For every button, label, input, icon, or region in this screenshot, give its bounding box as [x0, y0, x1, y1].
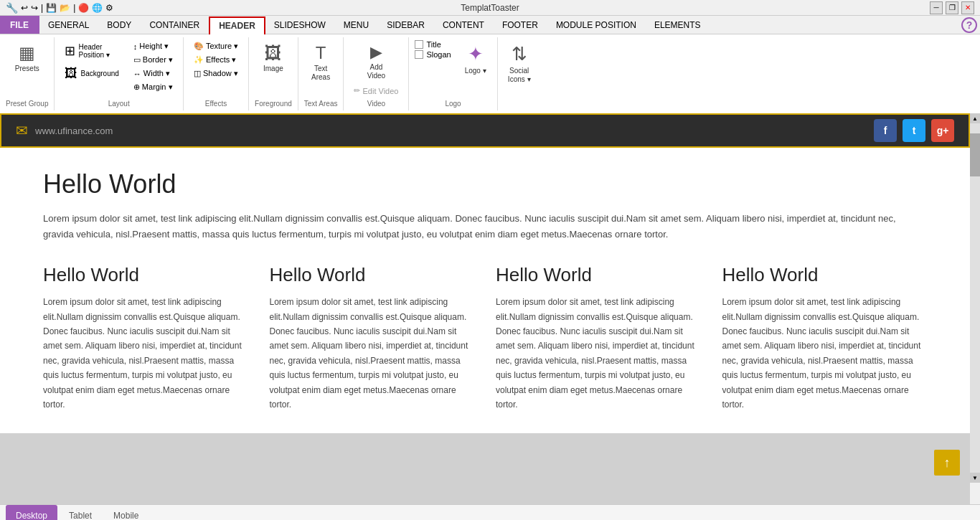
back-to-top-btn[interactable]: ↑	[934, 450, 960, 476]
width-button[interactable]: ↔ Width ▾	[129, 67, 177, 80]
tab-desktop[interactable]: Desktop	[6, 505, 57, 520]
open-btn[interactable]: 📂	[60, 3, 70, 13]
logo-items: Title Slogan ✦ Logo ▾	[415, 40, 491, 97]
tab-body[interactable]: BODY	[98, 16, 141, 34]
restore-btn[interactable]: ❐	[946, 1, 958, 14]
social-icons-button[interactable]: ⇅ SocialIcons ▾	[504, 40, 535, 87]
margin-icon: ⊕	[133, 82, 140, 92]
group-video: ▶ AddVideo ✏ Edit Video Video	[344, 37, 409, 110]
canvas: ✉ www.ufinance.com f t g+ Hello World Lo…	[0, 113, 970, 504]
height-button[interactable]: ↕ Height ▾	[129, 40, 177, 52]
minimize-btn[interactable]: ─	[930, 1, 943, 14]
tab-file[interactable]: FILE	[0, 16, 39, 34]
height-label: Height ▾	[139, 42, 169, 51]
tab-menu[interactable]: MENU	[335, 16, 378, 34]
icon3[interactable]: ⚙	[105, 3, 113, 13]
tab-content[interactable]: CONTENT	[434, 16, 494, 34]
title-checkbox-label: Title	[426, 40, 440, 49]
foreground-group-label: Foreground	[255, 97, 292, 108]
image-label: Image	[263, 65, 283, 73]
scroll-thumb[interactable]	[970, 133, 980, 176]
scroll-up-btn[interactable]: ▲	[970, 113, 980, 123]
group-effects: 🎨 Texture ▾ ✨ Effects ▾ ◫ Shadow ▾ Effec…	[184, 37, 249, 110]
canvas-header-left: ✉ www.ufinance.com	[16, 122, 113, 139]
column-4: Hello World Lorem ipsum dolor sit amet, …	[722, 264, 928, 412]
column-2: Hello World Lorem ipsum dolor sit amet, …	[270, 264, 475, 412]
title-bar-right: ─ ❐ ✕	[930, 1, 974, 14]
shadow-icon: ◫	[194, 69, 201, 78]
title-bar: 🔧 ↩ ↪ | 💾 📂 | 🔴 🌐 ⚙ TemplatToaster ─ ❐ ✕	[0, 0, 980, 16]
col-2-title: Hello World	[270, 264, 475, 286]
googleplus-btn[interactable]: g+	[931, 119, 954, 142]
background-label: Background	[80, 70, 118, 77]
col-2-text: Lorem ipsum dolor sit amet, test link ad…	[270, 295, 475, 412]
group-preset: ▦ Presets Preset Group	[0, 37, 55, 110]
four-columns: Hello World Lorem ipsum dolor sit amet, …	[43, 264, 927, 412]
edit-video-button[interactable]: ✏ Edit Video	[349, 85, 402, 97]
header-position-button[interactable]: ⊞ HeaderPosition ▾	[60, 40, 123, 62]
redo-btn[interactable]: ↪	[31, 3, 38, 13]
icon1[interactable]: 🔴	[78, 3, 89, 13]
add-video-label: AddVideo	[367, 63, 385, 80]
canvas-header: ✉ www.ufinance.com f t g+	[0, 113, 970, 148]
slogan-checkbox[interactable]	[415, 50, 423, 59]
tab-footer[interactable]: FOOTER	[494, 16, 547, 34]
texture-button[interactable]: 🎨 Texture ▾	[189, 40, 242, 52]
ribbon-tab-bar: FILE GENERAL BODY CONTAINER HEADER SLIDE…	[0, 16, 980, 34]
border-button[interactable]: ▭ Border ▾	[129, 54, 177, 66]
facebook-btn[interactable]: f	[874, 119, 897, 142]
image-icon: 🖼	[265, 43, 282, 63]
social-icons-icon: ⇅	[512, 43, 527, 65]
margin-button[interactable]: ⊕ Margin ▾	[129, 81, 177, 93]
title-bar-left: 🔧 ↩ ↪ | 💾 📂 | 🔴 🌐 ⚙	[6, 2, 113, 14]
text-areas-icon: T	[316, 43, 326, 63]
twitter-btn[interactable]: t	[903, 119, 925, 142]
add-video-button[interactable]: ▶ AddVideo	[349, 40, 402, 83]
title-checkbox-row: Title	[415, 40, 451, 49]
canvas-header-url: www.ufinance.com	[35, 126, 113, 136]
tab-header[interactable]: HEADER	[209, 16, 265, 34]
tab-elements[interactable]: ELEMENTS	[646, 16, 710, 34]
social-icons-container: f t g+	[874, 119, 954, 142]
effects-button[interactable]: ✨ Effects ▾	[189, 54, 242, 66]
preset-group-label: Preset Group	[6, 97, 48, 108]
help-btn[interactable]: ?	[961, 17, 977, 33]
column-1: Hello World Lorem ipsum dolor sit amet, …	[43, 264, 248, 412]
effects-items: 🎨 Texture ▾ ✨ Effects ▾ ◫ Shadow ▾	[189, 40, 242, 97]
social-items: ⇅ SocialIcons ▾	[504, 40, 535, 105]
tab-slideshow[interactable]: SLIDESHOW	[265, 16, 335, 34]
presets-button[interactable]: ▦ Presets	[11, 40, 44, 76]
col-1-title: Hello World	[43, 264, 248, 286]
logo-group-label: Logo	[445, 97, 461, 108]
shadow-button[interactable]: ◫ Shadow ▾	[189, 67, 242, 80]
col-4-title: Hello World	[722, 264, 928, 286]
tab-mobile[interactable]: Mobile	[103, 505, 149, 520]
undo-btn[interactable]: ↩	[21, 3, 28, 13]
edit-video-icon: ✏	[354, 86, 360, 95]
slogan-checkbox-row: Slogan	[415, 50, 451, 59]
slogan-checkbox-label: Slogan	[426, 50, 451, 59]
tab-container[interactable]: CONTAINER	[141, 16, 209, 34]
tab-tablet[interactable]: Tablet	[59, 505, 102, 520]
save-btn[interactable]: 💾	[46, 3, 57, 13]
background-button[interactable]: 🖼 Background	[60, 63, 123, 84]
icon2[interactable]: 🌐	[92, 3, 103, 13]
group-logo: Title Slogan ✦ Logo ▾ Logo	[409, 37, 497, 110]
text-areas-button[interactable]: T TextAreas	[305, 40, 336, 85]
tab-general[interactable]: GENERAL	[39, 16, 98, 34]
text-areas-items: T TextAreas	[305, 40, 336, 97]
image-button[interactable]: 🖼 Image	[258, 40, 289, 76]
background-icon: 🖼	[65, 66, 77, 81]
tab-sidebar[interactable]: SIDEBAR	[378, 16, 434, 34]
col-1-text: Lorem ipsum dolor sit amet, test link ad…	[43, 295, 248, 412]
logo-button[interactable]: ✦ Logo ▾	[460, 40, 491, 78]
scroll-down-btn[interactable]: ▼	[970, 473, 980, 483]
height-icon: ↕	[133, 42, 138, 51]
tab-module-position[interactable]: MODULE POSITION	[547, 16, 646, 34]
preview-area: ✉ www.ufinance.com f t g+ Hello World Lo…	[0, 113, 980, 504]
scrollbar[interactable]: ▲ ▼	[970, 113, 980, 483]
close-btn[interactable]: ✕	[961, 1, 974, 14]
email-icon: ✉	[16, 122, 28, 139]
title-checkbox[interactable]	[415, 40, 423, 49]
header-position-label: HeaderPosition ▾	[78, 43, 109, 59]
